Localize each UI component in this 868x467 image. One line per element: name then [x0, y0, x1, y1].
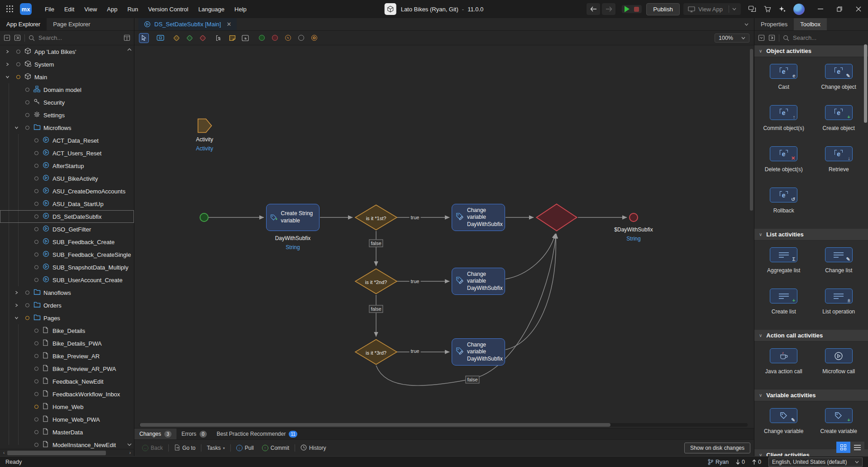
tree-item-masterdata[interactable]: MasterData: [0, 426, 134, 438]
change-list-icon[interactable]: ✎: [825, 247, 853, 262]
document-tab[interactable]: DS_SetDateSubfix [Main] ✕: [138, 18, 237, 30]
locate-in-tree-icon[interactable]: [14, 34, 21, 41]
toolbox-search-input[interactable]: [793, 34, 843, 41]
list-view-button[interactable]: [850, 442, 864, 453]
error-event-tool[interactable]: Ϟ: [283, 33, 293, 43]
toolbox-item-create-object[interactable]: e+Create object: [811, 105, 867, 131]
bottom-tab-errors[interactable]: Errors0: [176, 428, 212, 439]
decision-tool[interactable]: [172, 33, 181, 43]
feedback-icon[interactable]: [748, 5, 756, 13]
chevron-right-icon[interactable]: [14, 289, 19, 296]
decision-1[interactable]: is it *1st?: [354, 204, 398, 232]
bottom-button-back[interactable]: ←Back: [138, 443, 167, 453]
explorer-search[interactable]: [29, 34, 120, 41]
tab-toolbox[interactable]: Toolbox: [794, 18, 827, 30]
chevron-down-icon[interactable]: [14, 315, 19, 322]
view-app-button[interactable]: View App: [683, 3, 741, 15]
retrieve-icon[interactable]: e↓: [825, 146, 853, 161]
nav-back-button[interactable]: [587, 3, 600, 15]
chevron-down-icon[interactable]: [14, 125, 19, 131]
zoom-control[interactable]: 100%: [715, 34, 749, 43]
tree-item-nanoflows[interactable]: Nanoflows: [0, 286, 134, 299]
change-variable-activity-3[interactable]: Change variable DayWithSubfix: [452, 338, 505, 366]
toolbox-item-change-variable[interactable]: ✎Change variable: [756, 408, 811, 434]
window-restore-button[interactable]: [830, 0, 849, 18]
delete-object-icon[interactable]: e✕: [770, 146, 797, 161]
section-header-variable-activities[interactable]: ∨Variable activities: [754, 390, 868, 401]
break-event-tool[interactable]: [309, 33, 319, 43]
menu-file[interactable]: File: [40, 0, 59, 18]
run-button[interactable]: [625, 6, 630, 12]
merge-tool[interactable]: [185, 33, 195, 43]
section-header-object-activities[interactable]: ∨Object activities: [754, 45, 868, 57]
toolbox-item-cast[interactable]: eeCast: [756, 64, 811, 90]
toolbox-item-rollback[interactable]: e↺Rollback: [756, 188, 811, 214]
bottom-button-history[interactable]: History: [296, 443, 330, 454]
annotation-tool[interactable]: [214, 33, 224, 43]
toolbox-item-retrieve[interactable]: e↓Retrieve: [811, 146, 867, 173]
merge-diamond[interactable]: [536, 203, 577, 233]
tree-item-home-web[interactable]: Home_Web: [0, 400, 134, 413]
mendix-logo[interactable]: mx: [20, 3, 32, 15]
tree-item-bike-preview-ar[interactable]: Bike_Preview_AR: [0, 350, 134, 362]
create-variable-activity[interactable]: Create String variable: [266, 204, 320, 231]
collapse-all-icon[interactable]: [758, 34, 765, 41]
rollback-icon[interactable]: e↺: [770, 188, 797, 202]
end-event[interactable]: [629, 213, 638, 222]
tree-item-sub-feedback-create[interactable]: SUB_Feedback_Create: [0, 236, 134, 248]
end-event-tool[interactable]: [270, 33, 280, 43]
menu-language[interactable]: Language: [193, 0, 229, 18]
change-object-icon[interactable]: e✎: [825, 64, 853, 79]
list-operation-icon[interactable]: ±: [825, 289, 853, 303]
select-tool[interactable]: [139, 33, 149, 43]
toolbox-item-change-list[interactable]: ✎Change list: [811, 247, 867, 274]
tree-item-bike-details[interactable]: Bike_Details: [0, 324, 134, 337]
bottom-button-commit[interactable]: ↑Commit: [258, 443, 293, 453]
toolbox-search[interactable]: [783, 34, 864, 41]
tree-item-settings[interactable]: Settings: [0, 109, 134, 121]
tree-item-act-data-reset[interactable]: ACT_Data_Reset: [0, 134, 134, 147]
grid-view-button[interactable]: [836, 442, 850, 453]
microflow-canvas[interactable]: Activity Activity Create String variable…: [134, 45, 754, 428]
java-call-icon[interactable]: [770, 348, 797, 363]
tree-item-sub-useraccount-create[interactable]: SUB_UserAccount_Create: [0, 274, 134, 286]
menu-edit[interactable]: Edit: [59, 0, 79, 18]
change-variable-activity-1[interactable]: Change variable DayWithSubfix: [452, 204, 505, 231]
show-on-disk-changes-button[interactable]: Show on disk changes: [684, 443, 750, 453]
menu-app[interactable]: App: [102, 0, 122, 18]
toolbox-item-commit-object-s[interactable]: e↑Commit object(s): [756, 105, 811, 131]
start-event-tool[interactable]: [257, 33, 267, 43]
start-event[interactable]: [200, 213, 209, 222]
change-variable-activity-2[interactable]: Change variable DayWithSubfix: [452, 268, 505, 295]
activity-tool[interactable]: [155, 33, 165, 43]
commit-object-icon[interactable]: e↑: [770, 105, 797, 120]
note-tool[interactable]: [227, 33, 237, 43]
publish-button[interactable]: Publish: [646, 3, 680, 15]
current-branch[interactable]: Ryan: [708, 459, 729, 465]
annotation-activity-shape[interactable]: [197, 118, 212, 133]
toolbox-item-create-variable[interactable]: +Create variable: [811, 408, 867, 434]
scrollbar-thumb[interactable]: [7, 451, 106, 455]
tree-item-asu-data-startup[interactable]: ASU_Data_StartUp: [0, 197, 134, 210]
tree-item-act-users-reset[interactable]: ACT_Users_Reset: [0, 147, 134, 159]
tree-item-modelinstance-newedit[interactable]: ModelInstance_NewEdit: [0, 438, 134, 449]
create-list-icon[interactable]: +: [770, 289, 797, 303]
tree-item-microflows[interactable]: Microflows: [0, 121, 134, 134]
menu-view[interactable]: View: [79, 0, 102, 18]
window-minimize-button[interactable]: [811, 0, 830, 18]
view-app-dropdown-icon[interactable]: [732, 8, 736, 10]
tree-item-domain-model[interactable]: Domain model: [0, 83, 134, 96]
toolbox-item-aggregate-list[interactable]: ΣAggregate list: [756, 247, 811, 274]
outgoing-commits[interactable]: 0: [752, 459, 761, 465]
tree-item-feedback-newedit[interactable]: Feedback_NewEdit: [0, 375, 134, 388]
bottom-button-go-to[interactable]: Go to: [170, 443, 200, 454]
microflow-call-icon[interactable]: [825, 348, 853, 363]
tree-item-sub-feedback-createsingle[interactable]: SUB_Feedback_CreateSingle: [0, 248, 134, 261]
toolbox-item-list-operation[interactable]: ±List operation: [811, 289, 867, 315]
nav-forward-button[interactable]: [602, 3, 615, 15]
tree-item-afterstartup[interactable]: AfterStartup: [0, 159, 134, 172]
menu-run[interactable]: Run: [122, 0, 143, 18]
explorer-horizontal-scrollbar[interactable]: ‹ ›: [0, 449, 134, 456]
tree-item-dso-getfilter[interactable]: DSO_GetFilter: [0, 223, 134, 236]
tab-app-explorer[interactable]: App Explorer: [0, 18, 47, 30]
